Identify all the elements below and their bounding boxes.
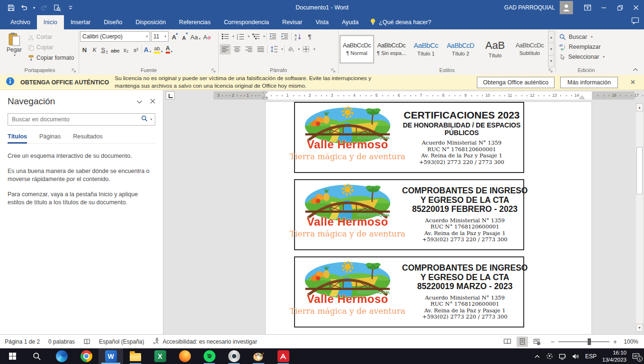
search-input[interactable] [8,116,141,123]
font-size-select[interactable]: 11▾ [151,31,169,42]
restore-icon[interactable] [612,0,628,15]
customize-qat-icon[interactable] [64,1,77,14]
acrobat-taskbar-button[interactable] [271,348,295,364]
underline-button[interactable]: S▾ [100,44,109,55]
clock[interactable]: 16:10 13/4/2023 [602,349,626,363]
ribbon-tab-archivo[interactable]: Archivo [4,15,37,29]
print-preview-icon[interactable] [51,1,63,14]
language-indicator[interactable]: Español (España) [99,338,144,345]
show-hidden-icons-chevron-icon[interactable] [534,354,540,359]
italic-button[interactable]: K [90,44,99,55]
search-taskbar-button[interactable] [25,348,49,364]
spotify-taskbar-button[interactable] [197,348,222,364]
clear-formatting-button[interactable]: A [202,31,212,42]
browser-wheel-taskbar-button[interactable] [222,348,246,364]
document-page[interactable]: Valle HermosoGAD PARROQUIAL Tierra mágic… [265,101,592,334]
start-taskbar-button[interactable] [0,348,25,364]
shrink-font-button[interactable]: A▼ [179,31,188,42]
proofing-icon[interactable] [83,338,90,345]
select-button[interactable]: Seleccionar▾ [557,52,616,62]
nav-pane-options-chevron-icon[interactable] [136,97,143,106]
zoom-slider-thumb[interactable] [588,338,591,345]
shading-icon[interactable] [286,44,296,55]
style-card-normal[interactable]: AaBbCcDc¶ Normal [340,36,374,63]
style-card-titulo1[interactable]: AaBbCcTítulo 1 [409,36,443,63]
paragraph-dialog-launcher-icon[interactable] [331,68,336,74]
page-indicator[interactable]: Página 1 de 2 [5,338,40,345]
avatar[interactable] [560,1,573,14]
volume-icon[interactable] [572,353,580,360]
multilevel-list-icon[interactable] [250,31,261,42]
style-card-titulo[interactable]: AaBTítulo [478,36,512,63]
input-language-indicator[interactable]: ESP [585,353,597,360]
search-options-caret-icon[interactable]: ▾ [150,118,152,121]
dismiss-license-bar-icon[interactable]: ✕ [630,79,635,86]
align-right-icon[interactable] [243,44,254,55]
paint-taskbar-button[interactable] [246,348,271,364]
change-case-button[interactable]: Aa▾ [189,31,201,42]
clipboard-dialog-launcher-icon[interactable] [72,68,76,74]
right-indent-marker-icon[interactable] [579,95,585,100]
ribbon-tab-insertar[interactable]: Insertar [64,15,97,29]
horizontal-ruler[interactable]: 32112345678910111213141617 [214,91,635,100]
vertical-scrollbar[interactable]: ▲ ▼ [636,103,643,332]
styles-scroll-down-icon[interactable]: ▼ [548,43,555,55]
chrome-taskbar-button[interactable] [74,348,98,364]
ribbon-tab-inicio[interactable]: Inicio [37,15,64,29]
nav-tab-paginas[interactable]: Páginas [39,133,61,143]
tell-me-box[interactable]: ¿Qué desea hacer? [365,15,436,29]
numbering-icon[interactable]: 123 [235,31,246,42]
sort-icon[interactable]: AZ [293,31,304,42]
strikethrough-button[interactable]: abc [110,44,121,55]
justify-icon[interactable] [255,44,266,55]
search-icon[interactable] [141,115,148,124]
account-name[interactable]: GAD PARROQUIAL [504,4,555,11]
close-icon[interactable] [628,0,644,15]
zoom-out-icon[interactable]: − [551,338,555,346]
zoom-slider[interactable] [558,338,609,345]
document-search-box[interactable]: ▾ [8,113,155,126]
ribbon-tab-revisar[interactable]: Revisar [276,15,309,29]
nav-pane-close-icon[interactable] [150,97,155,106]
tab-stop-selector[interactable] [166,91,175,100]
bullets-icon[interactable] [220,31,231,42]
style-card-subtitulo[interactable]: AaBbCcDcSubtítulo [513,36,546,63]
styles-gallery-more-icon[interactable]: ▼ [548,55,555,67]
align-left-icon[interactable] [220,44,231,55]
undo-icon[interactable] [18,1,30,14]
format-painter-button[interactable]: Copiar formato [27,53,75,63]
ribbon-display-options-icon[interactable] [580,0,596,15]
paste-button[interactable]: Pegar ▾ [2,31,27,67]
zoom-level[interactable]: 100% [620,338,638,345]
bold-button[interactable]: N [80,44,89,55]
word-count[interactable]: 0 palabras [48,338,75,345]
scroll-up-icon[interactable]: ▲ [636,103,643,111]
borders-icon[interactable] [301,44,312,55]
network-icon[interactable] [559,353,566,360]
nav-tab-resultados[interactable]: Resultados [73,133,103,143]
superscript-button[interactable]: x² [132,44,141,55]
nav-tab-titulos[interactable]: Títulos [8,133,27,143]
text-effects-button[interactable]: A▾ [143,44,152,55]
scroll-down-icon[interactable]: ▼ [636,324,643,332]
increase-indent-icon[interactable] [279,31,290,42]
collapse-ribbon-icon[interactable] [633,65,638,73]
align-center-icon[interactable] [232,44,242,55]
more-info-button[interactable]: Más información [560,77,618,88]
web-layout-icon[interactable] [531,337,543,347]
show-marks-icon[interactable]: ¶ [304,31,315,42]
indent-marker-icon[interactable] [262,91,268,100]
scrollbar-thumb[interactable] [636,147,643,194]
ribbon-tab-vista[interactable]: Vista [309,15,335,29]
zoom-in-icon[interactable]: + [613,338,617,346]
ribbon-tab-diseno[interactable]: Diseño [97,15,129,29]
grow-font-button[interactable]: A▲ [170,31,179,42]
feedback-icon[interactable] [631,17,639,27]
ribbon-tab-referencias[interactable]: Referencias [172,15,217,29]
decrease-indent-icon[interactable] [268,31,278,42]
undo-dropdown-icon[interactable]: ▾ [31,6,37,10]
firefox-taskbar-button[interactable] [172,348,197,364]
font-dialog-launcher-icon[interactable] [211,68,216,74]
subscript-button[interactable]: x₂ [122,44,131,55]
action-center-icon[interactable]: 1 [632,353,640,360]
